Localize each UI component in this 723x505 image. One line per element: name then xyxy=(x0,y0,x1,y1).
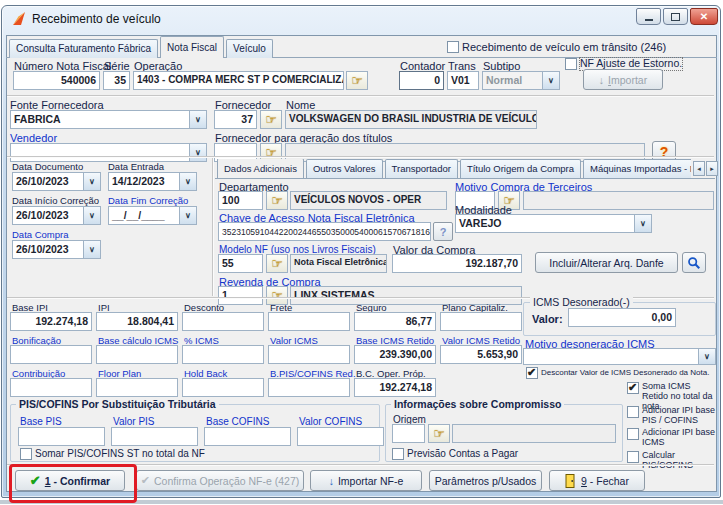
valor-icms-retido-field[interactable]: 5.653,90 xyxy=(440,345,522,364)
modelo-nf-picker-button[interactable]: ☞ xyxy=(266,254,288,273)
nf-ajuste-estorno-label: NF Ajuste de Estorno. xyxy=(580,58,682,70)
tab-scroll-right-icon[interactable]: ▸ xyxy=(706,161,718,176)
base-calculo-icms-field[interactable] xyxy=(96,345,178,364)
desconto-field[interactable] xyxy=(182,312,264,331)
operacao-picker-button[interactable]: ☞ xyxy=(346,71,368,90)
descontar-icms-desonerado-checkbox[interactable]: Descontar Valor de ICMS Desonerado da No… xyxy=(526,367,716,379)
tab-transportador[interactable]: Transportador xyxy=(385,159,458,178)
data-compra-field[interactable]: 26/10/2023∨ xyxy=(12,240,101,259)
valor-cofins-label: Valor COFINS xyxy=(299,416,362,427)
trans-field[interactable]: V01 xyxy=(447,71,479,90)
calcular-pis-cofins-checkbox-box[interactable] xyxy=(627,451,639,463)
maximize-button[interactable] xyxy=(663,8,688,25)
somar-pis-cofins-st-checkbox-box[interactable] xyxy=(20,448,32,460)
adicionar-ipi-icms-checkbox[interactable]: Adicionar IPI base ICMS xyxy=(627,428,719,448)
tab-scroll-left-icon[interactable]: ◂ xyxy=(693,161,705,176)
origem-nome-field xyxy=(452,424,616,443)
origem-field[interactable] xyxy=(392,424,425,443)
base-cofins-label: Base COFINS xyxy=(206,416,269,427)
modalidade-combo[interactable]: VAREJO∨ xyxy=(455,214,652,233)
contador-field[interactable]: 0 xyxy=(399,71,444,90)
picker-hand-icon: ☞ xyxy=(271,257,283,270)
pct-icms-field[interactable] xyxy=(182,345,264,364)
descontar-icms-desonerado-checkbox-box[interactable] xyxy=(526,367,538,379)
chave-acesso-field[interactable]: 3523105910442200244655035000540006157067… xyxy=(218,222,431,241)
valor-compra-field[interactable]: 192.187,70 xyxy=(392,254,522,273)
calcular-pis-cofins-checkbox[interactable]: Calcular PIS/COFINS xyxy=(627,451,719,471)
tab-outros-valores[interactable]: Outros Valores xyxy=(306,159,383,178)
transit-checkbox[interactable]: Recebimento de veículo em trânsito (246) xyxy=(447,41,666,53)
frete-field[interactable] xyxy=(268,312,350,331)
data-fim-correcao-field[interactable]: __/__/____∨ xyxy=(108,206,197,225)
valor-pis-field[interactable] xyxy=(111,427,198,446)
tab-consulta-faturamento-fabrica[interactable]: Consulta Faturamento Fábrica xyxy=(9,39,158,58)
previsao-contas-pagar-checkbox[interactable]: Previsão Contas a Pagar xyxy=(392,448,518,460)
close-button[interactable]: ✕ xyxy=(690,8,718,25)
revenda-field[interactable]: 1 xyxy=(218,286,263,305)
plano-capitaliz-field[interactable] xyxy=(440,312,522,331)
adicionar-ipi-icms-checkbox-box[interactable] xyxy=(627,428,639,440)
minimize-button[interactable] xyxy=(636,8,661,25)
adicionar-ipi-pis-cofins-checkbox-box[interactable] xyxy=(627,406,639,418)
motivo-desoneracao-combo[interactable]: ∨ xyxy=(523,348,716,365)
import-icon: ↓ xyxy=(599,74,604,86)
base-pis-label: Base PIS xyxy=(20,416,62,427)
fornecedor-codigo-field[interactable]: 37 xyxy=(214,110,257,129)
chevron-down-icon: ∨ xyxy=(189,111,206,128)
operacao-field[interactable]: 1403 - COMPRA MERC ST P COMERCIALIZAÇ xyxy=(133,71,344,90)
tab-nota-fiscal[interactable]: Nota Fiscal xyxy=(160,36,224,58)
seguro-field[interactable]: 86,77 xyxy=(354,312,436,331)
data-documento-field[interactable]: 26/10/2023∨ xyxy=(12,172,101,191)
valor-cofins-field[interactable] xyxy=(297,427,384,446)
departamento-picker-button[interactable]: ☞ xyxy=(266,191,288,210)
transit-checkbox-box[interactable] xyxy=(447,41,459,53)
bpis-cofins-red-field[interactable] xyxy=(268,378,350,397)
fornecedor-picker-button[interactable]: ☞ xyxy=(260,110,282,129)
close-icon: ✕ xyxy=(700,12,708,22)
serie-field[interactable]: 35 xyxy=(103,71,130,90)
picker-hand-icon: ☞ xyxy=(351,74,363,87)
icms-desonerado-valor-field[interactable]: 0,00 xyxy=(568,308,676,327)
data-entrada-field[interactable]: 14/12/2023∨ xyxy=(108,172,197,191)
calendar-dropdown-icon: ∨ xyxy=(83,207,100,224)
numero-nf-field[interactable]: 540006 xyxy=(13,71,100,90)
tab-veiculo[interactable]: Veículo xyxy=(226,39,273,58)
origem-picker-button[interactable]: ☞ xyxy=(428,424,450,443)
base-ipi-field[interactable]: 192.274,18 xyxy=(10,312,92,331)
import-icon: ↓ xyxy=(329,475,334,487)
tab-titulo-origem-compra[interactable]: Título Origem da Compra xyxy=(460,159,581,178)
vendedor-combo[interactable]: ∨ xyxy=(10,143,207,162)
soma-icms-retido-checkbox-box[interactable] xyxy=(627,382,639,394)
buscar-danfe-button[interactable] xyxy=(682,252,706,273)
incluir-alterar-danfe-button[interactable]: Incluir/Alterar Arq. Danfe xyxy=(535,252,678,273)
adicionar-ipi-pis-cofins-checkbox[interactable]: Adicionar IPI base PIS / COFINS xyxy=(627,406,719,426)
fechar-button[interactable]: 9 - Fechar xyxy=(549,470,645,491)
importar-button: ↓ Importar xyxy=(583,69,663,90)
base-pis-field[interactable] xyxy=(18,427,105,446)
data-inicio-correcao-field[interactable]: 26/10/2023∨ xyxy=(12,206,101,225)
base-icms-retido-field[interactable]: 239.390,00 xyxy=(354,345,436,364)
ipi-field[interactable]: 18.804,41 xyxy=(96,312,178,331)
importar-nfe-button[interactable]: ↓ Importar NF-e xyxy=(310,470,422,491)
valor-icms-field[interactable] xyxy=(268,345,350,364)
base-cofins-field[interactable] xyxy=(204,427,291,446)
tab-dados-adicionais[interactable]: Dados Adicionais xyxy=(217,159,304,178)
somar-pis-cofins-st-checkbox[interactable]: Somar PIS/COFINS ST no total da NF xyxy=(20,448,205,460)
hold-back-field[interactable] xyxy=(182,378,264,397)
calendar-dropdown-icon: ∨ xyxy=(83,173,100,190)
tab-scroll-buttons: ◂ ▸ xyxy=(693,161,718,176)
bonificacao-field[interactable] xyxy=(10,345,92,364)
fonte-fornecedora-combo[interactable]: FABRICA∨ xyxy=(10,110,207,129)
bc-oper-prop-field[interactable]: 192.274,18 xyxy=(354,378,436,397)
nf-ajuste-estorno-checkbox-box[interactable] xyxy=(565,58,577,70)
previsao-contas-pagar-checkbox-box[interactable] xyxy=(392,448,404,460)
contribuicao-field[interactable] xyxy=(10,378,92,397)
modelo-nf-field[interactable]: 55 xyxy=(218,254,263,273)
parametros-usados-button[interactable]: Parâmetros p/Usados xyxy=(429,470,542,491)
confirm-nfe-icon: ✔ xyxy=(141,474,150,487)
picker-hand-icon: ☞ xyxy=(265,113,277,126)
data-fim-correcao-label: Data Fim Correção xyxy=(108,195,188,206)
tab-maquinas-importadas[interactable]: Máquinas Importadas - MI xyxy=(583,159,691,178)
floor-plan-field[interactable] xyxy=(96,378,178,397)
departamento-field[interactable]: 100 xyxy=(218,191,263,210)
